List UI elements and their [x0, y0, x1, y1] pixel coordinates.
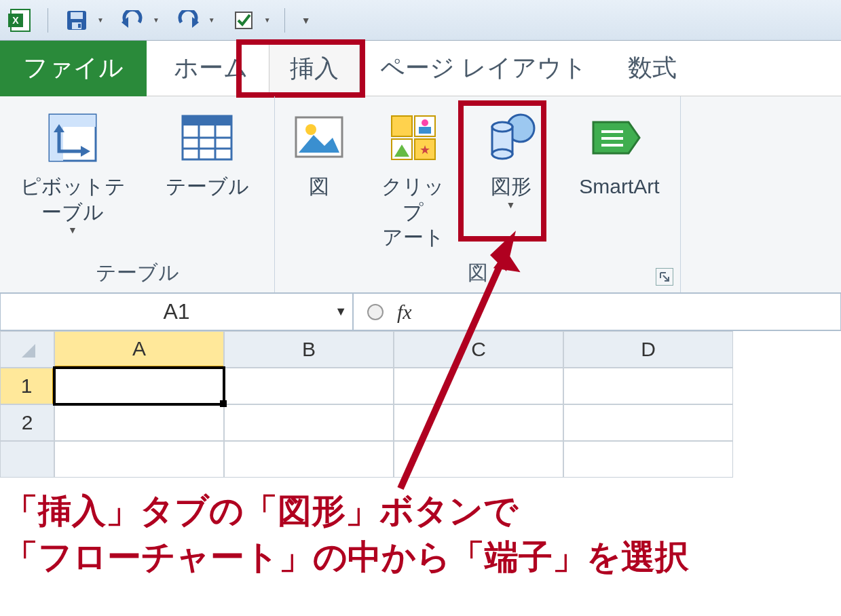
name-box[interactable]: A1 ▼ [0, 293, 353, 330]
cell-c3[interactable] [394, 441, 563, 478]
group-label-illustrations: 図 [275, 259, 680, 287]
save-button[interactable] [62, 5, 92, 35]
tab-file[interactable]: ファイル [0, 41, 147, 96]
column-header-a[interactable]: A [54, 331, 224, 368]
row-header-3[interactable] [0, 441, 54, 478]
table-icon [176, 107, 238, 168]
shapes-icon [481, 107, 542, 168]
column-header-c[interactable]: C [394, 331, 563, 368]
cell-b3[interactable] [224, 441, 394, 478]
insert-picture-button[interactable]: 図 [278, 104, 360, 202]
cell-b1[interactable] [224, 368, 394, 404]
fx-icon[interactable]: fx [397, 301, 412, 324]
qat-overflow-dropdown-icon[interactable]: ▼ [301, 15, 311, 26]
svg-rect-12 [50, 115, 96, 127]
smartart-icon [589, 107, 650, 168]
formula-bar-row: A1 ▼ fx [0, 293, 841, 331]
shapes-button[interactable]: 図形 ▼ [467, 104, 555, 214]
svg-text:X: X [12, 15, 19, 26]
cell-b2[interactable] [224, 404, 394, 441]
checkbox-icon[interactable] [229, 5, 259, 35]
cell-d1[interactable] [563, 368, 733, 404]
annotation-line-1: 「挿入」タブの「図形」ボタンで [4, 488, 689, 535]
annotation-text: 「挿入」タブの「図形」ボタンで 「フローチャート」の中から「端子」を選択 [4, 488, 689, 580]
svg-point-26 [422, 119, 428, 126]
svg-rect-24 [392, 116, 412, 136]
ribbon-tabs: ファイル ホーム 挿入 ページ レイアウト 数式 [0, 41, 841, 96]
column-header-b[interactable]: B [224, 331, 394, 368]
tab-insert[interactable]: 挿入 [269, 41, 360, 96]
qat-customize-dropdown-icon[interactable]: ▼ [264, 16, 271, 24]
cell-c2[interactable] [394, 404, 563, 441]
svg-rect-6 [78, 24, 81, 28]
tab-page-layout[interactable]: ページ レイアウト [360, 41, 608, 96]
ribbon: ピボットテーブル ▼ テーブル テーブル [0, 96, 841, 293]
redo-dropdown-icon[interactable]: ▼ [208, 16, 215, 24]
svg-rect-27 [419, 127, 431, 134]
svg-rect-4 [71, 12, 83, 19]
cell-a1[interactable] [54, 368, 224, 404]
pivot-table-icon [42, 107, 103, 168]
qat-separator [48, 8, 48, 33]
pivot-table-button[interactable]: ピボットテーブル ▼ [6, 104, 139, 239]
smartart-button[interactable]: SmartArt [562, 104, 677, 202]
insert-picture-label: 図 [309, 174, 329, 199]
cancel-formula-icon [367, 304, 384, 320]
excel-logo-icon: X [7, 7, 34, 34]
undo-dropdown-icon[interactable]: ▼ [153, 16, 160, 24]
column-header-d[interactable]: D [563, 331, 733, 368]
select-all-corner[interactable] [0, 331, 54, 368]
quick-access-toolbar: X ▼ ▼ ▼ ▼ ▼ [0, 0, 841, 41]
clipart-icon: ★ [383, 107, 444, 168]
svg-rect-16 [183, 116, 231, 126]
svg-point-34 [492, 149, 512, 159]
row-header-1[interactable]: 1 [0, 368, 54, 404]
group-label-tables: テーブル [0, 259, 274, 287]
formula-bar[interactable]: fx [353, 293, 841, 330]
cell-d2[interactable] [563, 404, 733, 441]
cell-c1[interactable] [394, 368, 563, 404]
annotation-line-2: 「フローチャート」の中から「端子」を選択 [4, 535, 689, 581]
svg-point-22 [305, 124, 316, 135]
chevron-down-icon: ▼ [68, 225, 77, 237]
save-dropdown-icon[interactable]: ▼ [97, 16, 104, 24]
picture-icon [288, 107, 350, 168]
spreadsheet-grid: A B C D 1 2 [0, 331, 841, 478]
chevron-down-icon: ▼ [506, 199, 516, 212]
svg-marker-39 [22, 344, 35, 358]
tab-formulas[interactable]: 数式 [608, 41, 697, 96]
table-button[interactable]: テーブル [146, 104, 268, 202]
clipart-label: クリップ アート [373, 174, 453, 250]
undo-button[interactable] [117, 5, 147, 35]
svg-point-33 [492, 122, 512, 132]
cell-d3[interactable] [563, 441, 733, 478]
cell-a2[interactable] [54, 404, 224, 441]
cell-a3[interactable] [54, 441, 224, 478]
dialog-launcher-icon[interactable] [656, 268, 673, 286]
ribbon-group-illustrations: 図 ★ クリップ アート [275, 96, 681, 292]
tab-home[interactable]: ホーム [153, 41, 269, 96]
table-label: テーブル [166, 174, 249, 199]
shapes-label: 図形 [491, 174, 531, 199]
smartart-label: SmartArt [579, 174, 659, 199]
svg-text:★: ★ [419, 143, 430, 157]
clipart-button[interactable]: ★ クリップ アート [367, 104, 460, 253]
name-box-value: A1 [163, 299, 189, 324]
redo-button[interactable] [173, 5, 203, 35]
ribbon-group-tables: ピボットテーブル ▼ テーブル テーブル [0, 96, 275, 292]
row-header-2[interactable]: 2 [0, 404, 54, 441]
qat-separator-2 [284, 8, 285, 33]
pivot-table-label: ピボットテーブル [13, 174, 132, 225]
chevron-down-icon[interactable]: ▼ [335, 305, 347, 319]
